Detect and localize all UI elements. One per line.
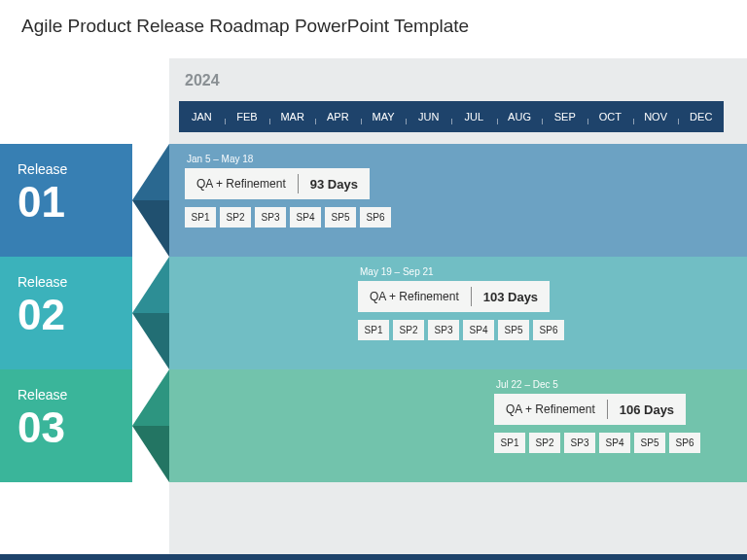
task-name: QA + Refinement xyxy=(196,177,286,191)
task-cluster: Jan 5 – May 18 QA + Refinement 93 Days S… xyxy=(185,154,438,228)
month-cell: DEC xyxy=(678,111,724,122)
sprint-chip: SP6 xyxy=(533,320,564,340)
sprint-chip: SP1 xyxy=(185,207,216,228)
date-range: Jan 5 – May 18 xyxy=(187,154,438,164)
task-days: 93 Days xyxy=(310,177,358,192)
page-title: Agile Product Release Roadmap PowerPoint… xyxy=(21,16,469,37)
sprint-chip: SP2 xyxy=(393,320,424,340)
task-box: QA + Refinement 93 Days xyxy=(185,168,370,199)
lane-release-03: Jul 22 – Dec 5 QA + Refinement 106 Days … xyxy=(169,369,747,482)
sprint-chip: SP3 xyxy=(255,207,286,228)
connector-shape xyxy=(132,369,169,426)
release-label: Release xyxy=(18,274,132,290)
footer-band xyxy=(169,482,747,560)
connector-shape xyxy=(132,257,169,313)
divider xyxy=(471,287,472,306)
month-cell: JAN xyxy=(179,111,225,122)
release-block-01: Release 01 xyxy=(0,144,132,257)
task-name: QA + Refinement xyxy=(370,290,459,303)
sprint-chip: SP1 xyxy=(494,433,525,453)
release-label: Release xyxy=(18,387,132,402)
roadmap-stage: Release 01 Release 02 Release 03 2024 JA… xyxy=(0,58,747,548)
sprint-chip: SP5 xyxy=(498,320,529,340)
task-box: QA + Refinement 103 Days xyxy=(358,281,550,312)
release-number: 01 xyxy=(18,181,132,224)
sprint-row: SP1 SP2 SP3 SP4 SP5 SP6 xyxy=(185,207,438,228)
date-range: Jul 22 – Dec 5 xyxy=(496,379,747,390)
connector-shape xyxy=(132,144,169,200)
release-number: 03 xyxy=(18,406,132,449)
sprint-chip: SP4 xyxy=(290,207,321,228)
release-label: Release xyxy=(18,161,132,177)
connector-shape xyxy=(132,200,169,257)
task-name: QA + Refinement xyxy=(506,402,595,416)
lane-release-01: Jan 5 – May 18 QA + Refinement 93 Days S… xyxy=(169,144,747,257)
month-cell: APR xyxy=(315,111,361,122)
task-days: 106 Days xyxy=(620,402,674,417)
sprint-chip: SP6 xyxy=(360,207,391,228)
sprint-chip: SP5 xyxy=(634,433,665,453)
sprint-chip: SP4 xyxy=(599,433,630,453)
sprint-chip: SP1 xyxy=(358,320,389,340)
month-cell: JUL xyxy=(451,111,497,122)
month-cell: MAR xyxy=(269,111,315,122)
month-cell: AUG xyxy=(497,111,543,122)
timeline-header: 2024 JAN FEB MAR APR MAY JUN JUL AUG SEP… xyxy=(169,58,747,144)
divider xyxy=(607,400,608,419)
sprint-chip: SP2 xyxy=(220,207,251,228)
connector-shape xyxy=(132,426,169,482)
task-box: QA + Refinement 106 Days xyxy=(494,394,686,425)
release-block-02: Release 02 xyxy=(0,257,132,369)
sprint-chip: SP5 xyxy=(325,207,356,228)
month-bar: JAN FEB MAR APR MAY JUN JUL AUG SEP OCT … xyxy=(179,101,724,132)
month-cell: JUN xyxy=(406,111,451,122)
month-cell: MAY xyxy=(361,111,407,122)
release-number: 02 xyxy=(18,294,132,336)
date-range: May 19 – Sep 21 xyxy=(360,266,611,277)
connector-shape xyxy=(132,313,169,369)
sprint-chip: SP2 xyxy=(529,433,560,453)
month-cell: NOV xyxy=(633,111,679,122)
month-cell: OCT xyxy=(587,111,633,122)
task-days: 103 Days xyxy=(483,290,538,304)
sprint-row: SP1 SP2 SP3 SP4 SP5 SP6 xyxy=(358,320,611,340)
sprint-row: SP1 SP2 SP3 SP4 SP5 SP6 xyxy=(494,433,747,453)
divider xyxy=(298,174,299,193)
sprint-chip: SP3 xyxy=(428,320,459,340)
sprint-chip: SP4 xyxy=(463,320,494,340)
month-cell: SEP xyxy=(542,111,587,122)
year-label: 2024 xyxy=(185,72,220,89)
month-cell: FEB xyxy=(225,111,270,122)
lane-release-02: May 19 – Sep 21 QA + Refinement 103 Days… xyxy=(169,257,747,369)
task-cluster: May 19 – Sep 21 QA + Refinement 103 Days… xyxy=(358,266,611,340)
release-block-03: Release 03 xyxy=(0,369,132,482)
task-cluster: Jul 22 – Dec 5 QA + Refinement 106 Days … xyxy=(494,379,747,453)
sprint-chip: SP3 xyxy=(564,433,595,453)
bottom-border xyxy=(0,554,747,560)
sprint-chip: SP6 xyxy=(669,433,700,453)
